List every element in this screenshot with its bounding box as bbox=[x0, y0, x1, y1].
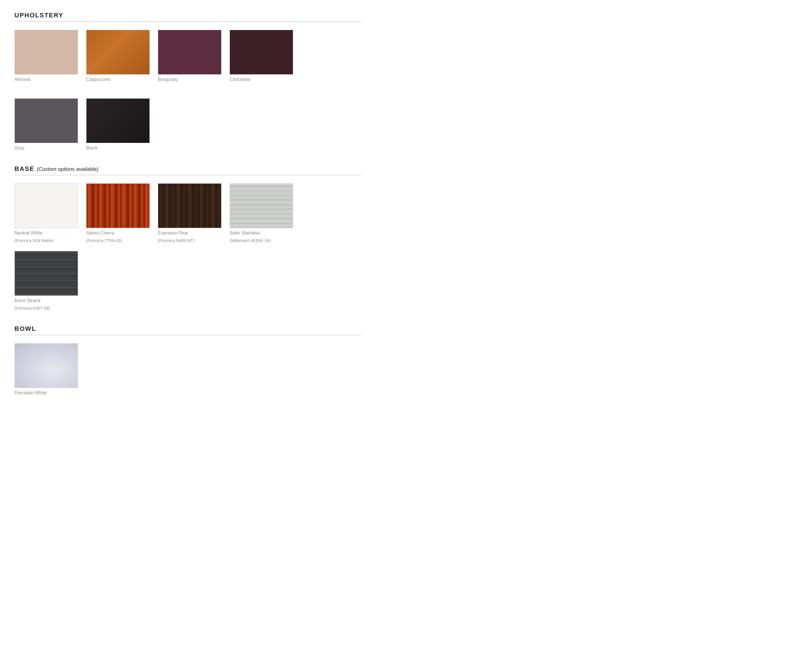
swatch-label2-neutral-white: (Formica 918 Matte) bbox=[14, 238, 78, 243]
swatch-item-black[interactable]: Black bbox=[86, 98, 150, 150]
bowl-title: BOWL bbox=[14, 325, 362, 333]
bowl-section: BOWL Porcelain White bbox=[14, 325, 362, 395]
base-section: BASE (Custom options available) Neutral … bbox=[14, 165, 362, 310]
bowl-divider bbox=[14, 335, 362, 335]
swatch-item-cappuccino[interactable]: Cappuccino bbox=[86, 30, 150, 82]
base-swatches-grid: Neutral White (Formica 918 Matte) Select… bbox=[14, 183, 362, 310]
swatch-item-chocolate[interactable]: Chocolate bbox=[230, 30, 293, 82]
bowl-swatches-grid: Porcelain White bbox=[14, 343, 362, 395]
swatch-label-porcelain-white: Porcelain White bbox=[14, 390, 78, 395]
swatch-item-almond[interactable]: Almond bbox=[14, 30, 78, 82]
swatch-label-black: Black bbox=[86, 146, 150, 150]
swatch-color-satin-stainless[interactable] bbox=[230, 183, 293, 228]
swatch-label2-select-cherry: (Formica 7759-43) bbox=[86, 238, 150, 243]
swatch-label-almond: Almond bbox=[14, 77, 78, 82]
swatch-label2-burnt-strand: (Formica 6307-58) bbox=[14, 306, 78, 310]
swatch-label-gray: Gray bbox=[14, 146, 78, 150]
swatch-label-select-cherry: Select Cherry bbox=[86, 230, 150, 236]
swatch-item-porcelain-white[interactable]: Porcelain White bbox=[14, 343, 78, 395]
swatch-label-burgundy: Burgundy bbox=[158, 77, 221, 82]
swatch-item-gray[interactable]: Gray bbox=[14, 98, 78, 150]
upholstery-title: UPHOLSTERY bbox=[14, 11, 362, 19]
swatch-item-espresso-pear[interactable]: Espresso Pear (Formica 5489-NT) bbox=[158, 183, 221, 243]
swatch-color-select-cherry[interactable] bbox=[86, 183, 150, 228]
upholstery-section: UPHOLSTERY Almond Cappuccino Burgundy Ch… bbox=[14, 11, 362, 150]
swatch-label2-satin-stainless: (Wilsonart 4830K-18) bbox=[230, 238, 293, 243]
base-divider bbox=[14, 175, 362, 175]
swatch-color-burgundy[interactable] bbox=[158, 30, 221, 75]
swatch-label-cappuccino: Cappuccino bbox=[86, 77, 150, 82]
swatch-label-satin-stainless: Satin Stainless bbox=[230, 230, 293, 236]
swatch-color-black[interactable] bbox=[86, 98, 150, 143]
swatch-color-neutral-white[interactable] bbox=[14, 183, 78, 228]
swatch-color-porcelain-white[interactable] bbox=[14, 343, 78, 388]
swatch-color-almond[interactable] bbox=[14, 30, 78, 75]
swatch-item-satin-stainless[interactable]: Satin Stainless (Wilsonart 4830K-18) bbox=[230, 183, 293, 243]
swatch-item-select-cherry[interactable]: Select Cherry (Formica 7759-43) bbox=[86, 183, 150, 243]
swatch-label-espresso-pear: Espresso Pear bbox=[158, 230, 221, 236]
base-subtitle: (Custom options available) bbox=[37, 166, 98, 172]
swatch-color-chocolate[interactable] bbox=[230, 30, 293, 75]
swatch-label2-espresso-pear: (Formica 5489-NT) bbox=[158, 238, 221, 243]
swatch-item-burgundy[interactable]: Burgundy bbox=[158, 30, 221, 82]
swatch-label-chocolate: Chocolate bbox=[230, 77, 293, 82]
upholstery-swatches-grid: Almond Cappuccino Burgundy Chocolate Gra… bbox=[14, 30, 362, 150]
swatch-item-burnt-strand[interactable]: Burnt Strand (Formica 6307-58) bbox=[14, 251, 78, 310]
upholstery-divider bbox=[14, 21, 362, 22]
swatch-label-neutral-white: Neutral White bbox=[14, 230, 78, 236]
base-title: BASE (Custom options available) bbox=[14, 165, 362, 173]
swatch-label-burnt-strand: Burnt Strand bbox=[14, 298, 78, 303]
swatch-color-cappuccino[interactable] bbox=[86, 30, 150, 75]
swatch-item-neutral-white[interactable]: Neutral White (Formica 918 Matte) bbox=[14, 183, 78, 243]
swatch-color-gray[interactable] bbox=[14, 98, 78, 143]
swatch-color-burnt-strand[interactable] bbox=[14, 251, 78, 296]
swatch-color-espresso-pear[interactable] bbox=[158, 183, 221, 228]
